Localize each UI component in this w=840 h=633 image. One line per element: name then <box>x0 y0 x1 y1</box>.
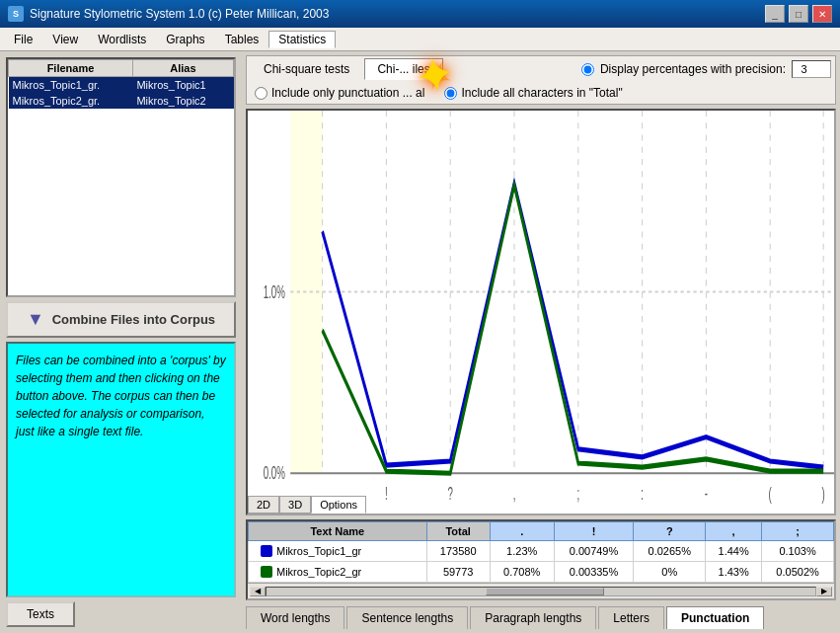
dot-cell-2: 0.708% <box>490 562 554 583</box>
col-alias: Alias <box>132 60 233 77</box>
semi-cell-1: 0.103% <box>762 541 834 562</box>
file-table[interactable]: Filename Alias Mikros_Topic1_gr. Mikros_… <box>6 57 236 297</box>
precision-label: Display percentages with precision: <box>600 62 786 76</box>
chart-tabs: 2D 3D Options <box>248 496 366 514</box>
chart-tab-3d[interactable]: 3D <box>279 496 311 514</box>
col-text-name: Text Name <box>249 522 427 541</box>
quest-cell-1: 0.0265% <box>634 541 706 562</box>
stats-menu-bar: Chi-square tests Chi-... iles Display pe… <box>247 56 835 82</box>
scrollbar-area: ◀ ▶ <box>248 583 834 598</box>
tab-letters[interactable]: Letters <box>598 606 664 629</box>
col-excl: ! <box>554 522 634 541</box>
tab-sentence-lengths[interactable]: Sentence lengths <box>346 606 468 629</box>
svg-text:?: ? <box>447 483 452 503</box>
color-indicator-1 <box>261 545 272 557</box>
radio-options-area: Include only punctuation ... al Include … <box>247 82 835 104</box>
filename-cell: Mikros_Topic1_gr. <box>9 77 133 94</box>
menu-statistics[interactable]: Statistics <box>268 31 336 48</box>
svg-text:;: ; <box>576 483 579 503</box>
chi-iles-btn[interactable]: Chi-... iles <box>364 58 442 80</box>
total-cell-2: 59773 <box>426 562 490 583</box>
data-table-container: Text Name Total . ! ? , ; M <box>246 519 836 600</box>
excl-cell-2: 0.00335% <box>554 562 634 583</box>
menu-graphs[interactable]: Graphs <box>156 31 214 48</box>
svg-text:0.0%: 0.0% <box>264 463 285 483</box>
data-row[interactable]: Mikros_Topic1_gr 173580 1.23% 0.00749% 0… <box>249 541 834 562</box>
window-title: Signature Stylometric System 1.0 (c) Pet… <box>30 7 329 21</box>
all-chars-radio[interactable] <box>444 87 457 100</box>
scrollbar-track[interactable] <box>266 587 816 596</box>
minimize-button[interactable]: _ <box>765 5 785 23</box>
svg-text:,: , <box>513 483 516 503</box>
svg-text::: : <box>641 483 644 503</box>
chi-square-tests-btn[interactable]: Chi-square tests <box>251 58 362 80</box>
menu-view[interactable]: View <box>42 31 88 48</box>
precision-spinner[interactable] <box>792 60 831 78</box>
maximize-button[interactable]: □ <box>789 5 808 23</box>
chart-area: 1.0% 0.0% . ! ? , ; : - ( ) <box>246 109 836 515</box>
scrollbar-thumb[interactable] <box>486 588 604 595</box>
semi-cell-2: 0.0502% <box>762 562 834 583</box>
total-cell-1: 173580 <box>426 541 490 562</box>
excl-cell-1: 0.00749% <box>554 541 634 562</box>
alias-cell: Mikros_Topic1 <box>132 77 233 94</box>
svg-text:(: ( <box>769 483 772 503</box>
comma-cell-1: 1.44% <box>706 541 762 562</box>
chart-svg: 1.0% 0.0% . ! ? , ; : - ( ) <box>248 111 834 514</box>
app-icon: S <box>8 6 24 22</box>
color-indicator-2 <box>261 566 272 578</box>
name-cell-1: Mikros_Topic1_gr <box>255 543 420 559</box>
col-quest: ? <box>634 522 706 541</box>
scroll-left-btn[interactable]: ◀ <box>250 587 266 596</box>
quest-cell-2: 0% <box>634 562 706 583</box>
table-row[interactable]: Mikros_Topic1_gr. Mikros_Topic1 <box>9 77 234 94</box>
punctuation-only-label: Include only punctuation ... al <box>271 86 424 100</box>
texts-tab[interactable]: Texts <box>6 601 75 627</box>
bottom-tabs: Word lengths Sentence lengths Paragraph … <box>246 604 836 629</box>
all-chars-label: Include all characters in "Total" <box>461 86 622 100</box>
col-dot: . <box>490 522 554 541</box>
info-text: Files can be combined into a 'corpus' by… <box>6 342 236 597</box>
data-row[interactable]: Mikros_Topic2_gr 59773 0.708% 0.00335% 0… <box>249 562 834 583</box>
tab-paragraph-lengths[interactable]: Paragraph lengths <box>470 606 596 629</box>
chart-inner: 1.0% 0.0% . ! ? , ; : - ( ) <box>248 111 834 514</box>
stats-menu-area: Chi-square tests Chi-... iles Display pe… <box>246 55 836 105</box>
table-row[interactable]: Mikros_Topic2_gr. Mikros_Topic2 <box>9 93 234 109</box>
radio-option-2: Include all characters in "Total" <box>444 86 622 100</box>
radio-option-1: Include only punctuation ... al <box>255 86 424 100</box>
chart-tab-options[interactable]: Options <box>311 496 366 514</box>
comma-cell-2: 1.43% <box>706 562 762 583</box>
punctuation-only-radio[interactable] <box>255 87 267 100</box>
close-button[interactable]: ✕ <box>812 5 832 23</box>
title-bar: S Signature Stylometric System 1.0 (c) P… <box>0 0 840 28</box>
svg-text:): ) <box>822 483 825 503</box>
name-cell-2: Mikros_Topic2_gr <box>255 564 420 580</box>
col-total: Total <box>426 522 490 541</box>
col-semi: ; <box>762 522 834 541</box>
menu-file[interactable]: File <box>4 31 42 48</box>
menu-tables[interactable]: Tables <box>215 31 269 48</box>
tab-punctuation[interactable]: Punctuation <box>666 606 764 629</box>
combine-arrow-icon: ▼ <box>27 309 44 330</box>
filename-cell: Mikros_Topic2_gr. <box>9 93 133 109</box>
col-filename: Filename <box>9 60 133 77</box>
dot-cell-1: 1.23% <box>490 541 554 562</box>
col-comma: , <box>706 522 762 541</box>
alias-cell: Mikros_Topic2 <box>132 93 233 109</box>
left-panel: Filename Alias Mikros_Topic1_gr. Mikros_… <box>0 51 242 633</box>
scroll-right-btn[interactable]: ▶ <box>816 587 832 596</box>
right-panel: Chi-square tests Chi-... iles Display pe… <box>242 51 840 633</box>
menu-wordlists[interactable]: Wordlists <box>88 31 156 48</box>
chart-tab-2d[interactable]: 2D <box>248 496 279 514</box>
tab-word-lengths[interactable]: Word lengths <box>246 606 344 629</box>
precision-radio[interactable] <box>581 63 594 76</box>
precision-group: Display percentages with precision: <box>581 58 831 80</box>
svg-text:1.0%: 1.0% <box>264 281 285 301</box>
window-controls: _ □ ✕ <box>765 5 832 23</box>
main-container: Filename Alias Mikros_Topic1_gr. Mikros_… <box>0 51 840 633</box>
combine-button[interactable]: ▼ Combine Files into Corpus <box>6 301 236 338</box>
svg-text:!: ! <box>385 483 388 503</box>
menu-bar: File View Wordlists Graphs Tables Statis… <box>0 28 840 51</box>
svg-text:-: - <box>705 483 708 503</box>
data-table: Text Name Total . ! ? , ; M <box>248 521 834 583</box>
